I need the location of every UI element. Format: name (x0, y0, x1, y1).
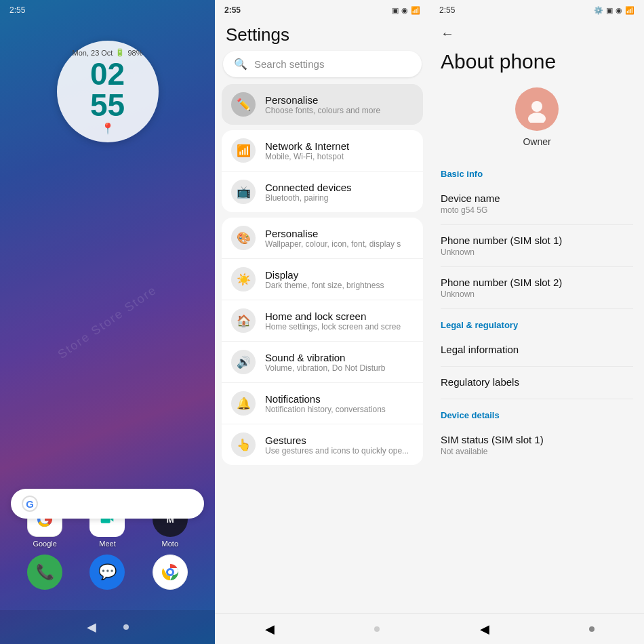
nav-back-button[interactable]: ◀ (87, 620, 96, 635)
personalise-top-icon: ✏️ (231, 92, 256, 117)
about-phone-sim1[interactable]: Phone number (SIM slot 1) Unknown (441, 225, 633, 267)
clock-minute: 55 (90, 89, 125, 121)
sim-status-value: Not available (441, 447, 633, 456)
personalise-top-title: Personalise (265, 94, 414, 106)
about-nav-back[interactable]: ◀ (480, 622, 489, 637)
settings-item-personalise-top[interactable]: ✏️ Personalise Choose fonts, colours and… (222, 84, 423, 125)
homelock-sub: Home settings, lock screen and scree (265, 322, 414, 331)
personalise-top-text: Personalise Choose fonts, colours and mo… (265, 94, 414, 115)
clock-location-icon: 📍 (101, 122, 115, 135)
nav-home-dot[interactable] (123, 624, 129, 630)
app-messages[interactable]: 💬 (89, 555, 125, 590)
clock-hour: 02 (90, 58, 125, 89)
search-icon: 🔍 (234, 58, 247, 71)
personalise2-icon: 🎨 (231, 226, 256, 250)
network-title: Network & Internet (265, 140, 414, 152)
settings-time: 2:55 (224, 5, 241, 15)
settings-item-notifications[interactable]: 🔔 Notifications Notification history, co… (222, 383, 423, 424)
settings-panel: 2:55 ▣ ◉ 📶 Settings 🔍 Search settings ✏️… (215, 0, 430, 644)
notifications-icon: 🔔 (231, 391, 256, 416)
section-device-details: Device details (441, 405, 633, 422)
connected-icon: 📺 (231, 180, 256, 204)
about-time: 2:55 (439, 5, 455, 15)
about-wifi-icon: 📶 (625, 6, 635, 15)
location-icon: ◉ (401, 6, 408, 15)
app-row-2: 📞 💬 (0, 555, 215, 590)
google-label: Google (33, 540, 56, 548)
google-g-logo: G (22, 496, 38, 512)
gestures-title: Gestures (265, 435, 414, 446)
personalise2-title: Personalise (265, 228, 414, 239)
phone-sim1-title: Phone number (SIM slot 1) (441, 235, 633, 246)
home-screen: Store Store Store 2:55 Mon, 23 Oct 🔋 98%… (0, 0, 215, 644)
network-sub: Mobile, Wi-Fi, hotspot (265, 152, 414, 161)
settings-item-connected[interactable]: 📺 Connected devices Bluetooth, pairing (222, 172, 423, 212)
about-profile[interactable]: Owner (441, 87, 633, 147)
settings-item-gestures[interactable]: 👆 Gestures Use gestures and icons to qui… (222, 424, 423, 465)
app-chrome[interactable] (153, 555, 188, 590)
settings-nav-dot[interactable] (374, 626, 380, 632)
sound-sub: Volume, vibration, Do Not Disturb (265, 363, 414, 373)
about-back-button[interactable]: ← (435, 22, 460, 45)
about-settings-icon: ⚙️ (594, 6, 603, 15)
homelock-icon: 🏠 (231, 308, 256, 333)
homelock-title: Home and lock screen (265, 310, 414, 322)
connected-title: Connected devices (265, 182, 414, 193)
owner-name: Owner (523, 136, 550, 147)
about-legal-info[interactable]: Legal information (441, 334, 633, 367)
settings-title: Settings (215, 18, 430, 51)
about-phone-sim2[interactable]: Phone number (SIM slot 2) Unknown (441, 267, 633, 309)
about-status-icons: ⚙️ ▣ ◉ 📶 (594, 6, 635, 15)
clock-widget: Mon, 23 Oct 🔋 98% 02 55 📍 (57, 41, 159, 142)
google-search-bar[interactable]: G (11, 489, 204, 519)
regulatory-labels-title: Regulatory labels (441, 376, 633, 388)
notifications-title: Notifications (265, 393, 414, 405)
settings-status-icons: ▣ ◉ 📶 (392, 6, 420, 15)
connected-sub: Bluetooth, pairing (265, 193, 414, 203)
settings-item-personalise2[interactable]: 🎨 Personalise Wallpaper, colour, icon, f… (222, 218, 423, 259)
phone-icon: 📞 (27, 555, 62, 590)
settings-item-network[interactable]: 📶 Network & Internet Mobile, Wi-Fi, hots… (222, 130, 423, 172)
gestures-icon: 👆 (231, 432, 256, 457)
about-shield-icon: ◉ (616, 6, 622, 15)
owner-avatar (515, 87, 559, 131)
settings-item-sound[interactable]: 🔊 Sound & vibration Volume, vibration, D… (222, 342, 423, 383)
gestures-sub: Use gestures and icons to quickly ope... (265, 446, 414, 456)
svg-point-8 (528, 113, 546, 123)
settings-search-bar[interactable]: 🔍 Search settings (223, 51, 422, 77)
about-regulatory-labels[interactable]: Regulatory labels (441, 367, 633, 399)
section-basic-info: Basic info (441, 163, 633, 180)
display-icon: ☀️ (231, 267, 256, 291)
about-content: About phone Owner Basic info Device name… (430, 49, 644, 613)
sound-title: Sound & vibration (265, 352, 414, 363)
section-legal: Legal & regulatory (441, 315, 633, 331)
settings-nav-bar: ◀ (215, 613, 430, 644)
settings-item-homelock[interactable]: 🏠 Home and lock screen Home settings, lo… (222, 300, 423, 342)
about-sim-status[interactable]: SIM status (SIM slot 1) Not available (441, 424, 633, 466)
sim-status-title: SIM status (SIM slot 1) (441, 434, 633, 445)
about-status-bar: 2:55 ⚙️ ▣ ◉ 📶 (430, 0, 644, 18)
app-phone[interactable]: 📞 (27, 555, 62, 590)
settings-status-bar: 2:55 ▣ ◉ 📶 (215, 0, 430, 18)
about-nav-dot (589, 626, 595, 632)
settings-nav-back[interactable]: ◀ (265, 622, 275, 637)
home-nav-bar: ◀ (0, 610, 215, 644)
display-title: Display (265, 269, 414, 281)
settings-list: ✏️ Personalise Choose fonts, colours and… (215, 84, 430, 613)
device-name-title: Device name (441, 193, 633, 204)
sim-icon: ▣ (392, 6, 399, 15)
phone-sim2-value: Unknown (441, 289, 633, 299)
svg-point-6 (168, 570, 172, 574)
sound-icon: 🔊 (231, 350, 256, 374)
chrome-icon (153, 555, 188, 590)
phone-sim2-title: Phone number (SIM slot 2) (441, 277, 633, 288)
settings-item-display[interactable]: ☀️ Display Dark theme, font size, bright… (222, 259, 423, 300)
notifications-sub: Notification history, conversations (265, 405, 414, 414)
messages-icon: 💬 (89, 555, 125, 590)
personalise2-sub: Wallpaper, colour, icon, font, display s (265, 239, 414, 249)
meet-label: Meet (99, 540, 115, 548)
settings-card-main: 🎨 Personalise Wallpaper, colour, icon, f… (222, 218, 423, 465)
about-sim-icon: ▣ (606, 6, 613, 15)
about-device-name[interactable]: Device name moto g54 5G (441, 183, 633, 225)
phone-sim1-value: Unknown (441, 247, 633, 257)
